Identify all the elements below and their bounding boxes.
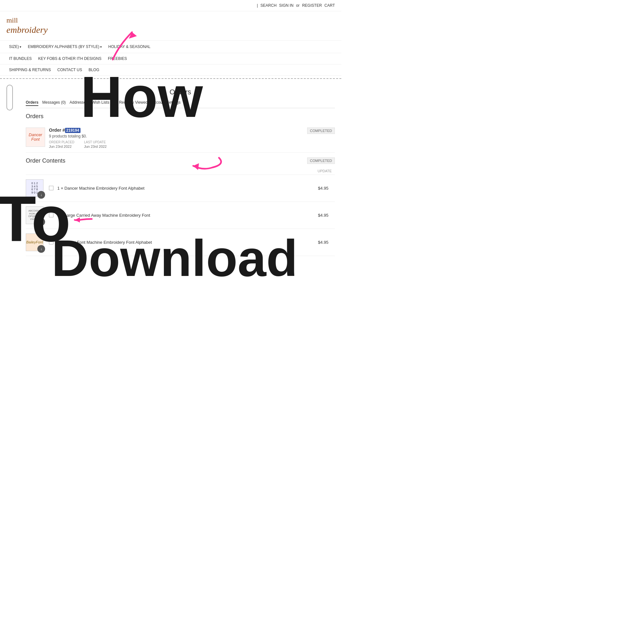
page-layout: Orders Orders Messages (0) Addresses Wis… bbox=[0, 81, 341, 259]
nav-contact-us[interactable]: CONTACT US bbox=[55, 66, 85, 73]
order-contents-title: Order Contents bbox=[26, 157, 335, 164]
tab-addresses[interactable]: Addresses bbox=[70, 99, 88, 106]
nav-size[interactable]: SIZE) bbox=[6, 43, 24, 50]
tab-account-settings[interactable]: Account Settings bbox=[152, 99, 181, 106]
signin-link[interactable]: SIGN IN bbox=[279, 3, 294, 8]
main-content: Orders Orders Messages (0) Addresses Wis… bbox=[19, 81, 341, 259]
or-text: or bbox=[296, 3, 300, 8]
product-row-dancer: 0 1 23 4 56 7 89 0 1 ↓ 1 × Dancer Machin… bbox=[26, 175, 335, 202]
order-info: Order #219194 9 products totaling $0. OR… bbox=[49, 128, 335, 148]
nav-divider: | bbox=[257, 3, 258, 8]
site-logo[interactable]: mill embroidery bbox=[6, 16, 335, 35]
nav-keyfobs[interactable]: KEY FOBS & OTHER ITH DESIGNS bbox=[35, 55, 104, 62]
product-row-bailey: BaileyFont ↓ 1 × Bailey Font Machine Emb… bbox=[26, 229, 335, 256]
product-checkbox-dancer[interactable] bbox=[49, 186, 53, 190]
order-contents-status-badge: COMPLETED bbox=[307, 157, 335, 164]
logo-area: mill embroidery bbox=[0, 11, 341, 40]
register-link[interactable]: REGISTER bbox=[302, 3, 322, 8]
nav-bundles[interactable]: IT BUNDLES bbox=[6, 55, 34, 62]
search-link[interactable]: SEARCH bbox=[260, 3, 277, 8]
cart-link[interactable]: CART bbox=[325, 3, 335, 8]
product-name-carried: 1 × Large Carried Away Machine Embroider… bbox=[57, 213, 314, 218]
sub-nav-row1: IT BUNDLES KEY FOBS & OTHER ITH DESIGNS … bbox=[0, 53, 341, 64]
product-name-bailey: 1 × Bailey Font Machine Embroidery Font … bbox=[57, 240, 314, 245]
order-meta: ORDER PLACED Jun 23rd 2022 LAST UPDATE J… bbox=[49, 140, 335, 148]
tab-recently-viewed[interactable]: Recently Viewed bbox=[119, 99, 147, 106]
order-item: DancerFont Order #219194 9 products tota… bbox=[26, 124, 335, 153]
dotted-separator bbox=[0, 78, 341, 79]
main-nav: SIZE) EMBROIDERY ALPHABETS (BY STYLE) HO… bbox=[0, 40, 341, 53]
product-name-dancer: 1 × Dancer Machine Embroidery Font Alpha… bbox=[57, 186, 314, 191]
top-nav: | SEARCH SIGN IN or REGISTER CART bbox=[0, 0, 341, 11]
update-column-header: UPDATE bbox=[317, 169, 332, 173]
order-last-update-date: Jun 23rd 2022 bbox=[84, 145, 107, 148]
download-button-carried[interactable]: ↓ bbox=[37, 218, 45, 226]
sidebar-squiggle bbox=[6, 85, 13, 110]
nav-freebies[interactable]: FREEBIES bbox=[105, 55, 129, 62]
order-contents-section: Order Contents COMPLETED UPDATE 0 1 23 4… bbox=[26, 157, 335, 256]
order-number: Order #219194 bbox=[49, 128, 335, 133]
order-number-link[interactable]: 219194 bbox=[65, 128, 81, 133]
download-button-dancer[interactable]: ↓ bbox=[37, 191, 45, 199]
nav-embroidery-alphabets[interactable]: EMBROIDERY ALPHABETS (BY STYLE) bbox=[25, 43, 104, 50]
nav-shipping[interactable]: SHIPPING & RETURNS bbox=[6, 66, 53, 73]
logo-line2: embroidery bbox=[6, 24, 335, 35]
order-last-update-label: LAST UPDATE bbox=[84, 140, 107, 144]
product-checkbox-bailey[interactable] bbox=[49, 240, 53, 244]
orders-section-title: Orders bbox=[26, 113, 335, 120]
product-thumb-wrap-carried: ABCDEFGHIJKLMNOPQRSTUVWXYZ ↓ bbox=[26, 206, 45, 224]
order-placed: ORDER PLACED Jun 23rd 2022 bbox=[49, 140, 74, 148]
order-products-summary: 9 products totaling $0. bbox=[49, 134, 335, 138]
product-row-carried: ABCDEFGHIJKLMNOPQRSTUVWXYZ ↓ 1 × Large C… bbox=[26, 202, 335, 229]
tab-messages[interactable]: Messages (0) bbox=[42, 99, 66, 106]
sidebar bbox=[0, 81, 19, 259]
product-checkbox-carried[interactable] bbox=[49, 213, 53, 217]
nav-holiday[interactable]: HOLIDAY & SEASONAL bbox=[106, 43, 153, 50]
logo-line1: mill bbox=[6, 16, 335, 24]
product-price-bailey: $4.95 bbox=[318, 240, 328, 245]
tab-orders[interactable]: Orders bbox=[26, 99, 38, 106]
order-placed-date: Jun 23rd 2022 bbox=[49, 145, 71, 148]
product-price-carried: $4.95 bbox=[318, 213, 328, 218]
nav-blog[interactable]: BLOG bbox=[86, 66, 102, 73]
order-status-badge: COMPLETED bbox=[307, 128, 335, 134]
download-button-bailey[interactable]: ↓ bbox=[37, 245, 45, 253]
order-placed-label: ORDER PLACED bbox=[49, 140, 74, 144]
order-last-update: LAST UPDATE Jun 23rd 2022 bbox=[84, 140, 107, 148]
product-list-header: UPDATE bbox=[26, 167, 335, 175]
tab-wishlists[interactable]: Wish Lists (2) bbox=[92, 99, 115, 106]
account-tabs: Orders Messages (0) Addresses Wish Lists… bbox=[26, 99, 335, 108]
page-title: Orders bbox=[26, 85, 335, 96]
order-thumbnail: DancerFont bbox=[26, 128, 45, 147]
product-thumb-wrap-bailey: BaileyFont ↓ bbox=[26, 233, 45, 251]
product-thumb-wrap-dancer: 0 1 23 4 56 7 89 0 1 ↓ bbox=[26, 179, 45, 197]
sub-nav-row2: SHIPPING & RETURNS CONTACT US BLOG bbox=[0, 64, 341, 76]
product-price-dancer: $4.95 bbox=[318, 186, 328, 191]
order-label: Order # bbox=[49, 128, 65, 133]
